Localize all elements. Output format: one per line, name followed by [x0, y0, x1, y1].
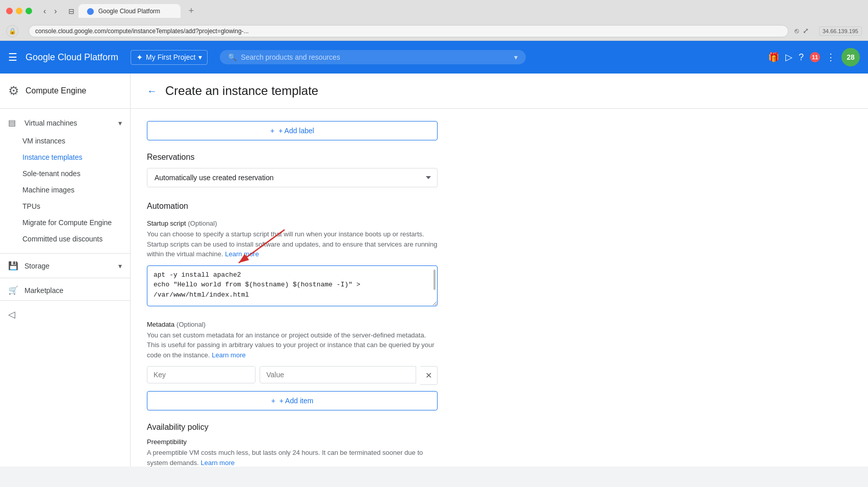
vm-instances-label: VM instances	[22, 137, 65, 145]
hamburger-menu-icon[interactable]: ☰	[8, 51, 17, 63]
reservations-section: Reservations Automatically use created r…	[147, 153, 852, 187]
sidebar-divider	[0, 253, 130, 254]
vm-expand-icon: ▾	[118, 119, 122, 127]
sidebar-item-machine-images[interactable]: Machine images	[0, 182, 130, 198]
minimize-button[interactable]	[16, 8, 22, 14]
search-icon: 🔍	[228, 53, 237, 61]
reservations-label: Reservations	[147, 153, 852, 162]
close-button[interactable]	[6, 8, 13, 14]
search-expand-icon: ▾	[514, 53, 518, 61]
sole-tenant-label: Sole-tenant nodes	[22, 169, 81, 178]
back-nav-button[interactable]: ‹	[40, 6, 49, 17]
reservations-select[interactable]: Automatically use created reservation Se…	[147, 168, 438, 187]
project-selector[interactable]: ✦ My First Project ▾	[131, 50, 208, 65]
add-label-text: + Add label	[278, 127, 314, 135]
committed-label: Committed use discounts	[22, 235, 103, 243]
instance-templates-label: Instance templates	[22, 153, 83, 161]
tab-title: Google Cloud Platform	[98, 8, 160, 15]
sidebar-item-committed[interactable]: Committed use discounts	[0, 231, 130, 247]
add-item-icon: +	[271, 397, 275, 405]
metadata-label: Metadata	[147, 321, 174, 328]
browser-chrome: ‹ › ⊟ ⬤ Google Cloud Platform + 🔒 consol…	[0, 0, 868, 41]
startup-script-header: Startup script (Optional)	[147, 219, 852, 227]
preemptibility-label: Preemptibility	[147, 438, 852, 446]
content-body: + + Add label Reservations Automatically…	[131, 109, 868, 467]
search-bar[interactable]: 🔍 ▾	[220, 50, 526, 64]
app-logo: Google Cloud Platform	[25, 52, 118, 63]
more-options-icon[interactable]: ⋮	[826, 52, 835, 63]
user-avatar[interactable]: 28	[841, 48, 860, 66]
content-header: ← Create an instance template	[131, 74, 868, 109]
sidebar-item-virtual-machines[interactable]: ▤ Virtual machines ▾	[0, 113, 130, 133]
textarea-scrollbar	[433, 270, 436, 290]
add-label-button[interactable]: + + Add label	[147, 121, 438, 140]
add-item-text: + Add item	[279, 397, 314, 405]
expand-icon[interactable]: ⤢	[803, 27, 809, 36]
storage-label: Storage	[24, 262, 49, 270]
startup-script-textarea[interactable]: apt -y install apache2 echo "Hello world…	[147, 265, 438, 306]
project-icon: ✦	[136, 53, 143, 62]
sidebar-vm-label: Virtual machines	[24, 119, 77, 127]
topbar: ☰ Google Cloud Platform ✦ My First Proje…	[0, 41, 868, 74]
metadata-learn-more[interactable]: Learn more	[212, 351, 245, 359]
sidebar-item-tpus[interactable]: TPUs	[0, 198, 130, 214]
startup-script-section: Startup script (Optional) You can choose…	[147, 219, 852, 308]
startup-script-description: You can choose to specify a startup scri…	[147, 229, 438, 259]
traffic-lights	[6, 8, 32, 14]
sidebar-divider-2	[0, 278, 130, 278]
page-title: Create an instance template	[165, 84, 318, 98]
maximize-button[interactable]	[25, 8, 32, 14]
metadata-key-input[interactable]	[147, 366, 256, 383]
add-item-button[interactable]: + + Add item	[147, 391, 438, 410]
machine-images-label: Machine images	[22, 186, 74, 194]
sidebar-item-vm-instances[interactable]: VM instances	[0, 133, 130, 149]
browser-tab[interactable]: ⬤ Google Cloud Platform	[79, 4, 181, 18]
tab-favicon: ⬤	[87, 7, 94, 15]
forward-nav-button[interactable]: ›	[51, 6, 60, 17]
sidebar-header: ⚙ Compute Engine	[0, 74, 130, 109]
collapse-sidebar-icon[interactable]: ◁	[8, 309, 15, 320]
app: ☰ Google Cloud Platform ✦ My First Proje…	[0, 41, 868, 467]
ip-display: 34.66.139.195	[819, 27, 862, 36]
metadata-header: Metadata (Optional)	[147, 320, 852, 328]
availability-label: Availability policy	[147, 423, 852, 432]
metadata-value-input[interactable]	[260, 366, 416, 383]
metadata-delete-button[interactable]: ✕	[420, 366, 438, 385]
security-icon: 🔒	[6, 25, 18, 37]
gift-icon[interactable]: 🎁	[768, 52, 779, 63]
sidebar-item-instance-templates[interactable]: Instance templates	[0, 149, 130, 165]
terminal-icon[interactable]: ▷	[785, 52, 793, 63]
new-tab-button[interactable]: +	[189, 6, 194, 16]
sidebar-item-migrate[interactable]: Migrate for Compute Engine	[0, 214, 130, 231]
browser-nav: ‹ ›	[40, 6, 60, 17]
notification-wrap: 11	[810, 52, 820, 62]
storage-icon: 💾	[8, 261, 18, 271]
metadata-row: ✕	[147, 366, 438, 385]
search-input[interactable]	[241, 53, 514, 61]
compute-engine-icon: ⚙	[8, 84, 19, 98]
content-area: ← Create an instance template + + Add la…	[131, 74, 868, 467]
notification-badge[interactable]: 11	[810, 52, 820, 62]
automation-label: Automation	[147, 202, 852, 211]
sidebar-item-marketplace[interactable]: 🛒 Marketplace	[0, 280, 130, 300]
availability-section: Availability policy Preemptibility A pre…	[147, 423, 852, 467]
startup-script-label: Startup script	[147, 220, 186, 227]
automation-section: Automation Startup script (Optional) You…	[147, 202, 852, 308]
project-name: My First Project	[146, 53, 195, 61]
sidebar-vm-section: ▤ Virtual machines ▾ VM instances Instan…	[0, 109, 130, 251]
startup-script-textarea-wrap: apt -y install apache2 echo "Hello world…	[147, 265, 438, 308]
preemptibility-learn-more[interactable]: Learn more	[201, 459, 235, 467]
browser-titlebar: ‹ › ⊟ ⬤ Google Cloud Platform +	[0, 0, 868, 22]
address-bar[interactable]: console.cloud.google.com/compute/instanc…	[29, 25, 788, 37]
share-icon[interactable]: ⎋	[795, 27, 799, 36]
sidebar-item-sole-tenant[interactable]: Sole-tenant nodes	[0, 165, 130, 182]
back-button[interactable]: ←	[147, 85, 157, 97]
help-icon[interactable]: ?	[799, 52, 804, 63]
metadata-section: Metadata (Optional) You can set custom m…	[147, 320, 852, 411]
startup-script-learn-more[interactable]: Learn more	[225, 250, 259, 258]
sidebar-item-storage[interactable]: 💾 Storage ▾	[0, 256, 130, 276]
annotation-container: apt -y install apache2 echo "Hello world…	[147, 265, 438, 308]
reservations-select-wrap: Automatically use created reservation Se…	[147, 168, 438, 187]
storage-expand-icon: ▾	[118, 262, 122, 270]
startup-script-optional: (Optional)	[188, 220, 217, 227]
